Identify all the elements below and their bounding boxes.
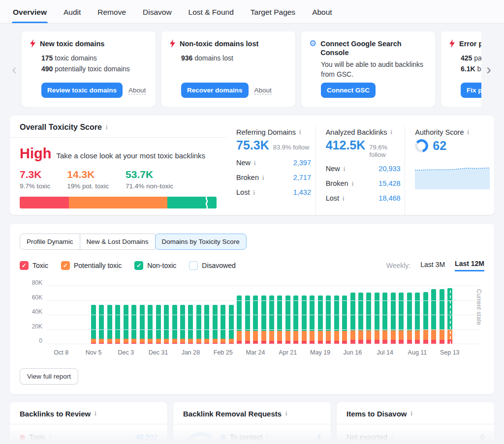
bar-week-20[interactable] — [219, 286, 227, 344]
new-value[interactable]: 2,397 — [293, 159, 311, 167]
bar-week-3[interactable] — [81, 286, 89, 344]
info-icon[interactable]: i — [262, 175, 264, 182]
bar-week-31[interactable] — [308, 286, 316, 344]
tab-remove[interactable]: Remove — [96, 2, 127, 23]
info-icon[interactable]: i — [266, 434, 268, 441]
bar-week-48[interactable] — [446, 286, 454, 344]
bar-week-14[interactable] — [170, 286, 178, 344]
bar-week-6[interactable] — [106, 286, 114, 344]
bar-week-10[interactable] — [138, 286, 146, 344]
bar-week-41[interactable] — [389, 286, 397, 344]
bar-week-4[interactable] — [90, 286, 97, 344]
not-exported-value[interactable]: 0 — [480, 433, 484, 441]
broken-value[interactable]: 15,428 — [378, 179, 400, 187]
analyzed-backlinks-value[interactable]: 412.5K — [326, 138, 366, 152]
tab-domains-by-toxicity[interactable]: Domains by Toxicity Score — [155, 234, 247, 250]
bar-week-44[interactable] — [413, 286, 421, 344]
tab-profile-dynamic[interactable]: Profile Dynamic — [20, 234, 80, 250]
bar-week-29[interactable] — [292, 286, 300, 344]
period-last-3m[interactable]: Last 3M — [420, 261, 445, 271]
tab-new-lost-domains[interactable]: New & Lost Domains — [80, 234, 156, 250]
broken-value[interactable]: 2,717 — [293, 174, 311, 181]
recover-domains-button[interactable]: Recover domains — [181, 83, 249, 98]
info-icon[interactable]: i — [344, 166, 345, 173]
bar-week-40[interactable] — [381, 286, 389, 344]
bar-week-21[interactable] — [227, 286, 235, 344]
bar-week-37[interactable] — [357, 286, 365, 344]
info-icon[interactable]: i — [253, 189, 254, 197]
bar-week-42[interactable] — [397, 286, 405, 344]
bar-week-26[interactable] — [268, 286, 276, 344]
bar-week-19[interactable] — [211, 286, 219, 344]
toxic-row[interactable]: Toxic i 40,502 — [20, 433, 158, 441]
legend-potentially-toxic[interactable]: ✓ Potentially toxic — [61, 261, 122, 270]
carousel-prev-icon[interactable]: ‹ — [12, 62, 17, 77]
bar-week-22[interactable] — [235, 286, 243, 344]
info-icon[interactable]: i — [343, 195, 344, 203]
info-icon[interactable]: i — [411, 410, 412, 417]
bar-week-36[interactable] — [348, 286, 356, 344]
tab-overview[interactable]: Overview — [12, 2, 48, 23]
info-icon[interactable]: i — [254, 160, 255, 167]
bar-week-23[interactable] — [243, 286, 251, 344]
tab-disavow[interactable]: Disavow — [142, 2, 173, 23]
bar-week-13[interactable] — [162, 286, 170, 344]
bar-week-46[interactable] — [430, 286, 438, 344]
legend-non-toxic[interactable]: ✓ Non-toxic — [134, 261, 176, 270]
info-icon[interactable]: i — [467, 129, 469, 136]
bar-week-28[interactable] — [284, 286, 292, 344]
bar-week-47[interactable] — [438, 286, 445, 344]
lost-value[interactable]: 18,468 — [378, 194, 400, 202]
info-icon[interactable]: i — [391, 129, 392, 136]
new-value[interactable]: 20,933 — [378, 165, 400, 173]
bar-week-34[interactable] — [332, 286, 340, 344]
view-full-report-button[interactable]: View full report — [20, 368, 78, 385]
review-toxic-domains-button[interactable]: Review toxic domains — [41, 83, 123, 98]
bar-week-11[interactable] — [146, 286, 154, 344]
tab-audit[interactable]: Audit — [63, 2, 82, 23]
bar-week-8[interactable] — [122, 286, 130, 344]
tab-target-pages[interactable]: Target Pages — [250, 2, 296, 23]
bar-week-0[interactable] — [57, 286, 65, 344]
to-contact-value[interactable]: 4 — [317, 433, 321, 441]
not-exported-row[interactable]: Not exported i 0 — [346, 433, 484, 441]
checkbox-disavowed[interactable] — [189, 261, 198, 270]
bar-week-9[interactable] — [130, 286, 138, 344]
toxicity-gauge-bar[interactable] — [20, 197, 217, 208]
about-link[interactable]: About — [128, 87, 146, 94]
info-icon[interactable]: i — [94, 410, 96, 417]
info-icon[interactable]: i — [106, 124, 107, 131]
toxicity-bar-segment[interactable] — [20, 197, 69, 208]
bar-week-39[interactable] — [373, 286, 381, 344]
bar-week-15[interactable] — [179, 286, 187, 344]
bar-week-45[interactable] — [421, 286, 429, 344]
bar-week-2[interactable] — [73, 286, 81, 344]
connect-gsc-button[interactable]: Connect GSC — [321, 83, 376, 98]
bar-week-33[interactable] — [324, 286, 332, 344]
bar-week-16[interactable] — [187, 286, 194, 344]
checkbox-potentially-toxic[interactable]: ✓ — [61, 261, 70, 270]
period-last-12m[interactable]: Last 12M — [455, 260, 484, 271]
info-icon[interactable]: i — [391, 434, 393, 441]
info-icon[interactable]: i — [352, 180, 353, 188]
info-icon[interactable]: i — [285, 410, 287, 417]
tab-lost-found[interactable]: Lost & Found — [188, 2, 235, 23]
lost-value[interactable]: 1,432 — [293, 188, 311, 196]
checkbox-toxic[interactable]: ✓ — [20, 261, 29, 270]
referring-domains-value[interactable]: 75.3K — [236, 138, 269, 152]
bar-week-18[interactable] — [203, 286, 211, 344]
fix-pages-button[interactable]: Fix pa — [461, 83, 481, 98]
bar-week-1[interactable] — [65, 286, 73, 344]
bar-week-30[interactable] — [300, 286, 308, 344]
to-contact-row[interactable]: To contact i 4 — [220, 433, 321, 441]
toxicity-bar-segment[interactable] — [69, 197, 167, 208]
bar-week-17[interactable] — [195, 286, 203, 344]
legend-disavowed[interactable]: Disavowed — [189, 261, 235, 270]
about-link[interactable]: About — [254, 87, 272, 94]
bar-week-5[interactable] — [97, 286, 105, 344]
bar-week-12[interactable] — [154, 286, 162, 344]
toxic-row-value[interactable]: 40,502 — [136, 433, 158, 441]
info-icon[interactable]: i — [299, 129, 301, 136]
bar-week-7[interactable] — [114, 286, 122, 344]
bar-week-43[interactable] — [405, 286, 413, 344]
